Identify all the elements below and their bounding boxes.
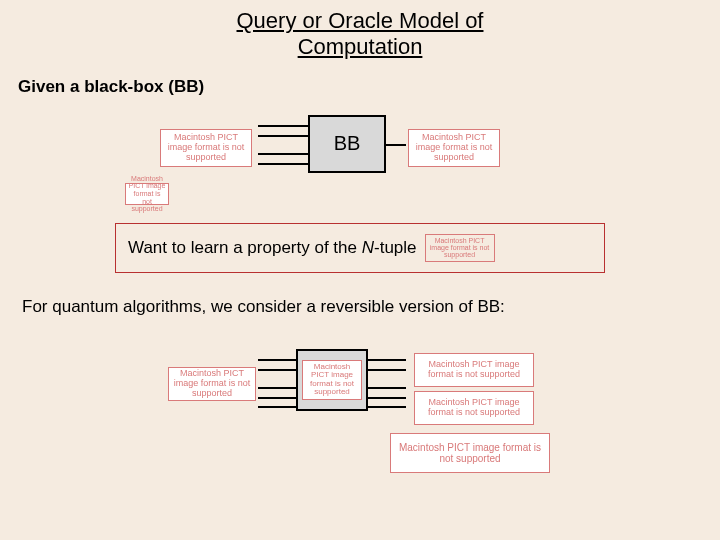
- pict-placeholder-icon: Macintosh PICT image format is not suppo…: [390, 433, 550, 473]
- wire: [258, 406, 296, 408]
- pict-placeholder-icon: Macintosh PICT image format is not suppo…: [425, 234, 495, 262]
- blackbox-box: BB: [308, 115, 386, 173]
- pict-placeholder-icon: Macintosh PICT image format is not suppo…: [168, 367, 256, 401]
- blackbox-diagram-2: Macintosh PICT image format is not suppo…: [0, 335, 720, 495]
- given-text: Given a black-box (BB): [18, 77, 720, 97]
- wire: [368, 359, 406, 361]
- pict-placeholder-icon: Macintosh PICT image format is not suppo…: [160, 129, 252, 167]
- pict-placeholder-icon: Macintosh PICT image format is not suppo…: [125, 183, 169, 205]
- pict-placeholder-icon: Macintosh PICT image format is not suppo…: [408, 129, 500, 167]
- blackbox-diagram-1: Macintosh PICT image format is not suppo…: [0, 105, 720, 215]
- wire: [368, 397, 406, 399]
- wire: [258, 153, 308, 155]
- wire: [258, 387, 296, 389]
- wire: [258, 135, 308, 137]
- wire: [368, 406, 406, 408]
- title-line-2: Computation: [298, 34, 423, 59]
- blackbox-box-reversible: Macintosh PICT image format is not suppo…: [296, 349, 368, 411]
- callout-box: Want to learn a property of the N-tuple …: [115, 223, 605, 273]
- wire: [258, 397, 296, 399]
- pict-placeholder-icon: Macintosh PICT image format is not suppo…: [414, 391, 534, 425]
- title-line-1: Query or Oracle Model of: [237, 8, 484, 33]
- quantum-text: For quantum algorithms, we consider a re…: [22, 297, 720, 317]
- blackbox-label: BB: [334, 132, 361, 155]
- wire: [386, 144, 406, 146]
- pict-placeholder-icon: Macintosh PICT image format is not suppo…: [302, 360, 362, 400]
- wire: [368, 387, 406, 389]
- callout-text: Want to learn a property of the N-tuple: [128, 238, 417, 258]
- wire: [368, 369, 406, 371]
- wire: [258, 163, 308, 165]
- wire: [258, 359, 296, 361]
- wire: [258, 369, 296, 371]
- slide-title: Query or Oracle Model of Computation: [0, 0, 720, 61]
- wire: [258, 125, 308, 127]
- pict-placeholder-icon: Macintosh PICT image format is not suppo…: [414, 353, 534, 387]
